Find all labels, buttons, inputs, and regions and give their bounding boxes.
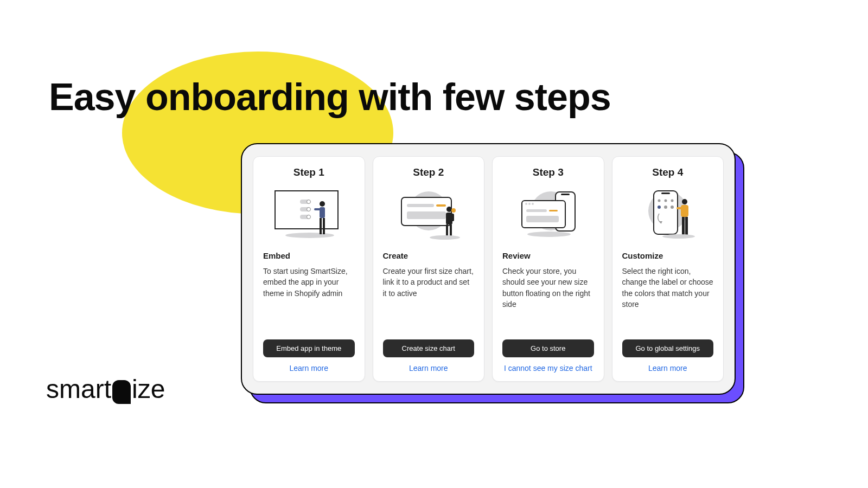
step-label: Step 2 <box>383 166 475 178</box>
card-title: Create <box>383 251 475 260</box>
create-illustration-icon <box>383 184 475 243</box>
svg-point-24 <box>430 235 460 240</box>
svg-point-44 <box>671 206 674 209</box>
svg-rect-33 <box>549 210 558 211</box>
svg-rect-11 <box>320 218 322 234</box>
logo-s-icon <box>112 380 131 404</box>
svg-point-19 <box>451 208 456 213</box>
embed-app-button[interactable]: Embed app in theme <box>263 339 355 357</box>
svg-point-39 <box>658 200 660 202</box>
svg-rect-27 <box>561 194 570 195</box>
svg-point-7 <box>307 215 311 219</box>
card-title: Customize <box>622 251 714 260</box>
card-description: Select the right icon, change the label … <box>622 266 714 333</box>
learn-more-link[interactable]: Learn more <box>622 364 714 373</box>
svg-rect-21 <box>451 214 454 221</box>
svg-rect-17 <box>407 211 446 219</box>
step-label: Step 3 <box>502 166 594 178</box>
svg-rect-23 <box>450 224 452 236</box>
review-illustration-icon <box>502 184 594 243</box>
go-to-store-button[interactable]: Go to store <box>502 339 594 357</box>
svg-point-31 <box>532 203 534 205</box>
create-size-chart-button[interactable]: Create size chart <box>383 339 475 357</box>
learn-more-link[interactable]: Learn more <box>263 364 355 373</box>
svg-rect-32 <box>526 209 547 212</box>
svg-point-42 <box>658 206 661 209</box>
step-card-embed: Step 1 Embed To start using SmartSize, e… <box>253 156 365 382</box>
card-description: Create your first size chart, link it to… <box>383 266 475 333</box>
svg-point-3 <box>307 200 311 204</box>
svg-point-30 <box>528 203 531 205</box>
svg-point-41 <box>671 200 673 202</box>
step-label: Step 4 <box>622 166 714 178</box>
svg-rect-22 <box>446 224 448 236</box>
svg-point-18 <box>446 207 452 212</box>
svg-rect-48 <box>676 207 682 209</box>
svg-point-8 <box>320 201 325 207</box>
card-description: To start using SmartSize, embed the app … <box>263 266 355 333</box>
step-label: Step 1 <box>263 166 355 178</box>
svg-point-35 <box>527 232 571 237</box>
page-headline: Easy onboarding with few steps <box>49 73 611 122</box>
card-title: Embed <box>263 251 355 260</box>
embed-illustration-icon <box>263 184 355 243</box>
svg-rect-34 <box>526 216 559 222</box>
step-card-customize: Step 4 Customize <box>612 156 724 382</box>
svg-point-5 <box>307 208 311 211</box>
card-description: Check your store, you should see your ne… <box>502 266 594 333</box>
brand-logo: smart ize <box>46 374 165 404</box>
customize-illustration-icon <box>622 184 714 243</box>
svg-point-51 <box>662 234 695 239</box>
svg-rect-16 <box>436 204 446 207</box>
svg-rect-49 <box>682 217 685 235</box>
onboarding-panel: Step 1 Embed To start using SmartSize, e… <box>241 143 736 395</box>
svg-rect-37 <box>654 191 678 234</box>
svg-rect-15 <box>407 204 434 207</box>
svg-rect-47 <box>681 205 688 217</box>
logo-text-prefix: smart <box>46 374 111 404</box>
logo-text-suffix: ize <box>132 374 165 404</box>
svg-rect-12 <box>323 218 325 234</box>
card-title: Review <box>502 251 594 260</box>
svg-rect-38 <box>661 192 670 194</box>
svg-point-46 <box>682 199 687 204</box>
svg-point-40 <box>664 200 667 202</box>
svg-point-0 <box>285 233 334 238</box>
step-card-review: Step 3 Review Check your store, you shou… <box>492 156 604 382</box>
svg-point-29 <box>525 203 527 205</box>
svg-rect-28 <box>522 201 565 228</box>
svg-point-43 <box>664 206 667 209</box>
svg-rect-10 <box>314 208 321 210</box>
svg-rect-50 <box>685 217 688 235</box>
global-settings-button[interactable]: Go to global settings <box>622 339 714 357</box>
learn-more-link[interactable]: Learn more <box>383 364 475 373</box>
cannot-see-chart-link[interactable]: I cannot see my size chart <box>502 364 594 373</box>
step-card-create: Step 2 Create Create your first size cha… <box>373 156 485 382</box>
